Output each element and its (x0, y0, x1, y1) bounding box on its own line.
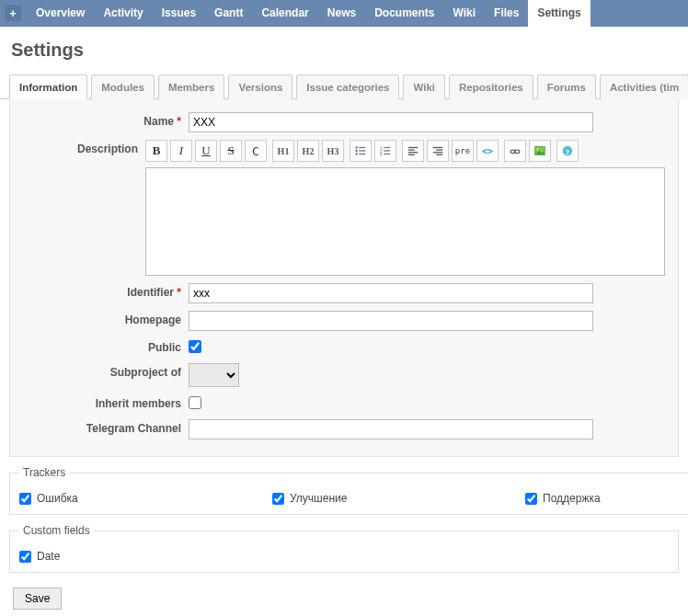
trackers-fieldset: Trackers Ошибка Улучшение Поддержка (9, 466, 688, 515)
tracker-feature-checkbox[interactable] (272, 493, 284, 505)
svg-point-2 (355, 153, 357, 154)
main-menu: + Overview Activity Issues Gantt Calenda… (0, 0, 688, 27)
custom-fields-legend: Custom fields (19, 524, 94, 537)
tracker-support-checkbox[interactable] (525, 493, 537, 505)
custom-fields-fieldset: Custom fields Date (9, 524, 679, 573)
tracker-support[interactable]: Поддержка (525, 492, 688, 505)
help-button[interactable]: ? (556, 140, 579, 162)
ol-button[interactable]: 123 (374, 140, 396, 162)
tab-modules[interactable]: Modules (91, 74, 155, 99)
identifier-field[interactable] (189, 283, 593, 303)
h3-button[interactable]: H3 (322, 140, 344, 162)
telegram-label: Telegram Channel (23, 419, 189, 435)
svg-text:3: 3 (380, 152, 383, 156)
nav-calendar[interactable]: Calendar (252, 0, 317, 27)
bold-button[interactable]: B (145, 140, 167, 162)
tracker-bug[interactable]: Ошибка (19, 492, 272, 505)
tracker-bug-checkbox[interactable] (19, 493, 31, 505)
public-label: Public (23, 338, 189, 354)
code-button[interactable]: C (245, 140, 267, 162)
description-label: Description (23, 140, 145, 155)
tab-members[interactable]: Members (158, 74, 225, 99)
nav-documents[interactable]: Documents (365, 0, 443, 27)
nav-overview[interactable]: Overview (27, 0, 94, 27)
nav-news[interactable]: News (318, 0, 365, 27)
tab-activities[interactable]: Activities (tim (600, 74, 688, 99)
name-field[interactable] (189, 112, 593, 132)
inherit-checkbox[interactable] (189, 396, 201, 409)
public-checkbox[interactable] (189, 340, 201, 353)
align-left-button[interactable] (402, 140, 424, 162)
page-title: Settings (0, 27, 688, 74)
svg-text:?: ? (566, 148, 570, 156)
tracker-feature[interactable]: Улучшение (272, 492, 525, 505)
link-button[interactable] (504, 140, 526, 162)
tab-wiki[interactable]: Wiki (403, 74, 445, 99)
h2-button[interactable]: H2 (297, 140, 319, 162)
italic-button[interactable]: I (170, 140, 192, 162)
tab-versions[interactable]: Versions (228, 74, 292, 99)
h1-button[interactable]: H1 (272, 140, 294, 162)
nav-wiki[interactable]: Wiki (444, 0, 486, 27)
align-right-button[interactable] (427, 140, 449, 162)
svg-point-23 (536, 148, 538, 150)
cf-date[interactable]: Date (19, 550, 272, 563)
new-project-button[interactable]: + (5, 5, 21, 21)
tab-repositories[interactable]: Repositories (449, 74, 533, 99)
nav-files[interactable]: Files (485, 0, 528, 27)
rte-toolbar: B I U S C H1 H2 H3 123 (145, 140, 665, 162)
homepage-field[interactable] (189, 311, 593, 331)
svg-point-1 (355, 150, 357, 152)
trackers-legend: Trackers (19, 466, 69, 479)
html-button[interactable]: <> (476, 140, 499, 162)
tab-issue-categories[interactable]: Issue categories (296, 74, 399, 99)
image-button[interactable] (529, 140, 551, 162)
name-label: Name * (23, 112, 189, 128)
nav-gantt[interactable]: Gantt (205, 0, 252, 27)
subproject-select[interactable] (189, 363, 239, 387)
cf-date-checkbox[interactable] (19, 551, 31, 563)
telegram-field[interactable] (189, 419, 593, 439)
inherit-label: Inherit members (23, 394, 189, 410)
tab-forums[interactable]: Forums (537, 74, 596, 99)
ul-button[interactable] (350, 140, 372, 162)
description-field[interactable] (145, 167, 665, 276)
save-button[interactable]: Save (13, 587, 62, 610)
nav-activity[interactable]: Activity (94, 0, 152, 27)
nav-settings[interactable]: Settings (528, 0, 590, 27)
homepage-label: Homepage (23, 311, 189, 326)
strike-button[interactable]: S (220, 140, 242, 162)
nav-issues[interactable]: Issues (153, 0, 205, 27)
subproject-label: Subproject of (23, 363, 189, 379)
identifier-label: Identifier * (23, 283, 189, 299)
underline-button[interactable]: U (195, 140, 217, 162)
pre-button[interactable]: pre (452, 140, 474, 162)
settings-form: Name * Description B I U S C H1 H2 H3 (9, 99, 679, 457)
svg-point-0 (355, 146, 357, 148)
settings-tabs: Information Modules Members Versions Iss… (0, 74, 688, 99)
tab-information[interactable]: Information (9, 74, 87, 99)
